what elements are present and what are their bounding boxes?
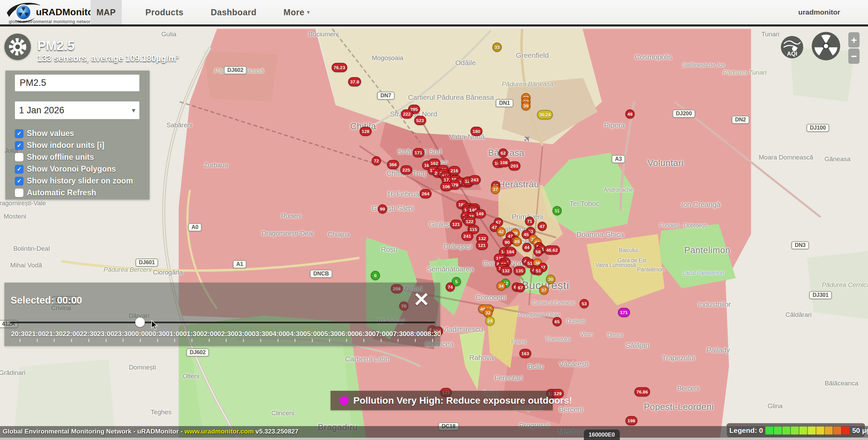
map-marker[interactable]: 171 (413, 148, 425, 157)
map-marker[interactable]: 30.24 (537, 110, 553, 119)
checkbox-row-show-indoor-units-i-[interactable]: ✓Show indoor units [i] (15, 141, 104, 150)
time-tick-label[interactable]: 05:00 (303, 330, 320, 338)
time-tick-label[interactable]: 08:00 (407, 330, 424, 338)
map-marker[interactable]: 216 (449, 166, 460, 175)
time-tick-label[interactable]: 20:30 (11, 330, 28, 338)
map-marker[interactable]: 76.86 (634, 387, 650, 397)
map-marker[interactable]: 72 (372, 156, 381, 166)
checkbox-checked[interactable]: ✓ (15, 141, 23, 150)
time-tick-label[interactable]: 00:00 (131, 330, 149, 338)
map-marker[interactable]: 11 (553, 206, 562, 215)
map-marker[interactable]: 99 (378, 205, 387, 214)
map-marker[interactable]: 71 (525, 217, 534, 226)
nav-item-more[interactable]: More ▾ (278, 0, 315, 24)
time-tick-label[interactable]: 00:30 (149, 330, 166, 338)
map-marker[interactable]: 76.23 (332, 63, 347, 72)
checkbox-row-show-voronoi-polygons[interactable]: ✓Show Voronoi Polygons (15, 165, 116, 174)
map-marker[interactable]: 51 (534, 266, 543, 275)
date-select[interactable]: 1 Jan 2026 ▾ (15, 101, 139, 119)
map-marker[interactable]: 171 (618, 308, 630, 317)
time-tick-label[interactable]: 08:30 (423, 330, 441, 338)
map-marker[interactable]: 128 (360, 127, 372, 136)
map-marker[interactable]: 203 (509, 161, 520, 171)
nav-item-products[interactable]: Products (142, 0, 186, 24)
map-marker[interactable]: 65 (552, 317, 561, 326)
map-marker[interactable]: 523 (414, 116, 426, 125)
time-tick-label[interactable]: 06:30 (355, 330, 372, 338)
time-tick-label[interactable]: 04:00 (269, 330, 286, 338)
map-marker[interactable]: 37.8 (348, 77, 361, 87)
nav-account-label[interactable]: uradmonitor (798, 0, 840, 24)
time-tick-label[interactable]: 07:00 (372, 330, 389, 338)
time-tick-label[interactable]: 02:00 (200, 330, 217, 338)
checkbox-checked[interactable]: ✓ (15, 129, 23, 138)
map-marker[interactable]: 47 (537, 222, 547, 231)
radiation-toggle-button[interactable] (811, 32, 841, 61)
map-marker[interactable]: 32 (483, 308, 492, 318)
time-tick-label[interactable]: 07:30 (389, 330, 407, 338)
zoom-in-button[interactable]: + (848, 32, 860, 47)
map-marker[interactable]: 106 (440, 182, 452, 191)
map-marker[interactable]: 34 (496, 282, 506, 291)
time-tick-label[interactable]: 03:00 (235, 330, 252, 338)
time-tick-label[interactable]: 01:30 (183, 330, 200, 338)
map-marker[interactable]: 37 (539, 286, 548, 295)
time-tick-label[interactable]: 03:30 (252, 330, 269, 338)
time-tick-label[interactable]: 05:30 (320, 330, 338, 338)
time-tick-label[interactable]: 21:00 (28, 330, 45, 338)
map-marker[interactable]: 121 (476, 241, 488, 250)
checkbox-checked[interactable]: ✓ (15, 165, 23, 173)
time-slider-track[interactable] (10, 322, 435, 323)
map-marker[interactable]: 58 (533, 247, 542, 256)
checkbox-checked[interactable]: ✓ (15, 177, 23, 185)
time-slider-handle[interactable] (135, 318, 145, 327)
map-marker[interactable]: 132 (500, 266, 512, 275)
checkbox-row-show-values[interactable]: ✓Show values (15, 129, 74, 138)
map-marker[interactable]: 135 (514, 266, 526, 275)
map-marker[interactable]: 264 (420, 189, 432, 198)
settings-gear-button[interactable] (4, 34, 31, 60)
map-marker[interactable]: 366 (387, 160, 399, 169)
map-marker[interactable]: 198 (626, 416, 637, 425)
nav-item-map[interactable]: MAP (91, 0, 122, 24)
time-tick-label[interactable]: 23:30 (114, 330, 132, 338)
map-marker[interactable]: 5 (452, 277, 461, 286)
map-marker[interactable]: 62 (498, 149, 508, 158)
map-marker[interactable]: 53 (579, 299, 589, 308)
checkbox-unchecked[interactable] (15, 189, 23, 197)
time-tick-label[interactable]: 06:00 (338, 330, 355, 338)
nav-item-dashboard[interactable]: Dashboard (212, 0, 256, 24)
map-marker[interactable]: 42 (496, 227, 506, 236)
map-marker[interactable]: 44 (522, 243, 531, 252)
mode-input[interactable] (15, 75, 139, 91)
map-marker[interactable]: 184 (505, 247, 516, 256)
map-marker[interactable]: 89 (512, 237, 521, 246)
map-marker[interactable]: 225 (400, 166, 412, 175)
map-marker[interactable]: 30 (546, 275, 555, 284)
time-tick-label[interactable]: 01:00 (166, 330, 183, 338)
time-tick-label[interactable]: 23:00 (97, 330, 114, 338)
map-marker[interactable]: 39 (521, 101, 530, 111)
map-marker[interactable]: 222 (401, 110, 413, 119)
aqi-toggle-button[interactable]: AQI (781, 36, 803, 58)
map-marker[interactable]: 48 (625, 110, 634, 119)
checkbox-row-show-offline-units[interactable]: Show offline units (15, 153, 94, 162)
zoom-out-button[interactable]: − (848, 49, 860, 64)
time-tick-label[interactable]: 22:00 (63, 330, 80, 338)
time-tick-label[interactable]: 04:30 (286, 330, 303, 338)
checkbox-row-automatic-refresh[interactable]: Automatic Refresh (15, 188, 96, 197)
close-button[interactable]: ✕ (411, 289, 432, 310)
map-marker[interactable]: 121 (450, 220, 462, 229)
map-marker[interactable]: 180 (471, 127, 482, 136)
checkbox-row-show-history-slider-on-zoom[interactable]: ✓Show history slider on zoom (15, 176, 133, 186)
time-tick-label[interactable]: 02:30 (217, 330, 235, 338)
map-marker[interactable]: 6 (371, 271, 380, 280)
footer-link[interactable]: www.uradmonitor.com (184, 428, 254, 435)
map-marker[interactable]: 46.62 (544, 246, 560, 255)
map-marker[interactable]: 37 (491, 185, 500, 194)
map-marker[interactable]: 163 (519, 349, 531, 358)
time-tick-label[interactable]: 21:30 (45, 330, 63, 338)
time-tick-label[interactable]: 22:30 (80, 330, 97, 338)
map-marker[interactable]: 24 (485, 317, 494, 326)
map-marker[interactable]: 33 (492, 43, 501, 52)
